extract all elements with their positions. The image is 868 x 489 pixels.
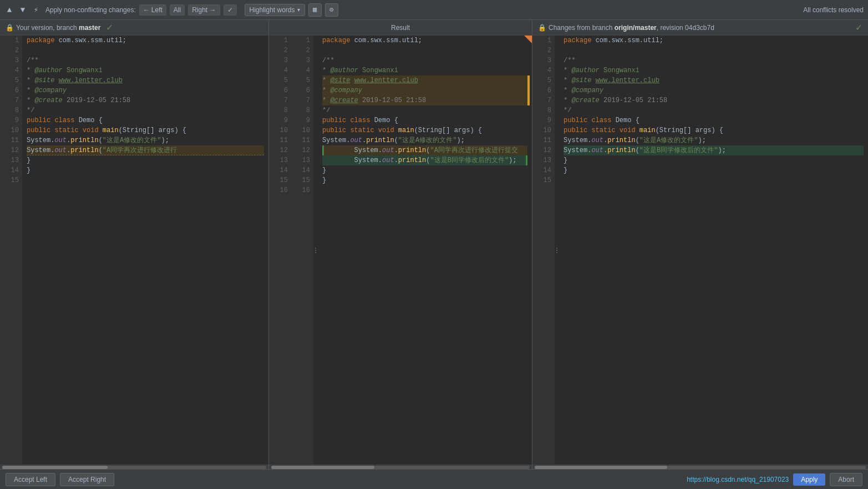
highlight-dropdown[interactable]: Highlight words ▾ — [245, 4, 305, 16]
center-left-line-numbers: 123 456 789 101112 131415 16 — [269, 36, 291, 465]
left-line-numbers: 123 456 789 101112 131415 — [0, 36, 22, 465]
center-header-title: Result — [391, 24, 410, 32]
left-scrollbar[interactable] — [0, 465, 268, 469]
right-btn[interactable]: Right → — [188, 4, 220, 16]
table-row: * @site www.lentter.club — [564, 75, 864, 85]
table-row — [27, 46, 264, 56]
table-row — [322, 185, 527, 195]
highlight-label: Highlight words — [250, 6, 295, 14]
main-area: 123 456 789 101112 131415 package com.sw… — [0, 36, 868, 469]
dropdown-chevron-icon: ▾ — [297, 7, 300, 13]
right-pane-header: 🔒 Changes from branch origin/master, rev… — [532, 20, 868, 35]
table-row: System.out.println("这是A修改的文件"); — [27, 135, 264, 145]
accept-right-button[interactable]: Accept Right — [60, 473, 114, 486]
table-row — [564, 175, 864, 185]
table-row: * @company — [27, 85, 264, 95]
table-row: System.out.println("这是B同学修改后的文件"); — [322, 155, 527, 165]
table-row — [322, 46, 527, 56]
table-row: package com.swx.ssm.util; — [564, 36, 864, 46]
abort-button[interactable]: Abort — [830, 473, 862, 486]
table-row: * @author Songwanxi — [564, 65, 864, 75]
table-row: public class Demo { — [564, 115, 864, 125]
table-row — [564, 46, 864, 56]
right-drag-handle[interactable] — [555, 36, 559, 465]
center-code-content: 123 456 789 101112 131415 16 123 456 789… — [269, 36, 532, 465]
table-row: } — [322, 175, 527, 185]
right-header-text: Changes from branch origin/master, revis… — [549, 24, 714, 32]
apply-button[interactable]: Apply — [793, 473, 825, 486]
center-scrollbar[interactable] — [269, 465, 532, 469]
center-right-line-numbers: 123 456 789 101112 131415 16 — [291, 36, 313, 465]
table-row: package com.swx.ssm.util; — [322, 36, 527, 46]
table-row: /** — [27, 56, 264, 65]
table-row: } — [564, 165, 864, 175]
pane-headers: 🔒 Your version, branch master ✓ Result 🔒… — [0, 20, 868, 36]
table-row: */ — [27, 105, 264, 115]
down-arrow-btn[interactable]: ▼ — [18, 5, 28, 15]
table-row: public static void main(String[] args) { — [564, 125, 864, 135]
center-pane-header: Result — [269, 20, 532, 35]
table-row: /** — [322, 56, 527, 65]
right-checkmark-icon: ✓ — [855, 22, 862, 33]
table-row: System.out.println("这是A修改的文件"); — [322, 135, 527, 145]
table-row: public class Demo { — [322, 115, 527, 125]
left-pane-header: 🔒 Your version, branch master ✓ — [0, 20, 269, 35]
table-row: * @company — [564, 85, 864, 95]
up-arrow-btn[interactable]: ▲ — [4, 5, 14, 15]
accept-left-button[interactable]: Accept Left — [6, 473, 55, 486]
left-lock-icon: 🔒 — [6, 24, 14, 32]
left-scroll-thumb[interactable] — [2, 466, 108, 469]
all-resolved-label: All conflicts resolved — [803, 6, 864, 14]
table-row: public static void main(String[] args) { — [27, 125, 264, 135]
table-row: public class Demo { — [27, 115, 264, 125]
accept-icon-btn[interactable]: ✓ — [224, 4, 237, 16]
table-row: * @create 2019-12-05 21:58 — [27, 95, 264, 105]
table-row: */ — [564, 105, 864, 115]
table-row: } — [322, 165, 527, 175]
left-code-lines: package com.swx.ssm.util; /** * @author … — [22, 36, 268, 465]
table-row: } — [564, 155, 864, 165]
left-code-pane[interactable]: 123 456 789 101112 131415 package com.sw… — [0, 36, 269, 469]
right-code-lines: package com.swx.ssm.util; /** * @author … — [559, 36, 868, 465]
table-row: } — [27, 155, 264, 165]
table-row: * @author Songwanxi — [27, 65, 264, 75]
right-scrollbar[interactable] — [532, 465, 868, 469]
center-scroll-thumb[interactable] — [271, 466, 374, 469]
table-row: System.out.println("这是B同学修改后的文件"); — [564, 145, 864, 155]
right-lock-icon: 🔒 — [538, 24, 546, 32]
center-scroll-track[interactable] — [271, 466, 530, 469]
table-row: System.out.println("A同学再次进行修改进行提交 — [322, 145, 527, 155]
table-row: * @site www.lentter.club — [322, 75, 527, 85]
table-row: /** — [564, 56, 864, 65]
toolbar: ▲ ▼ ⚡ Apply non-conflicting changes: ← ←… — [0, 0, 868, 20]
table-row: } — [27, 165, 264, 175]
table-row: * @create 2019-12-05 21:58 — [322, 95, 527, 105]
right-line-numbers: 123 456 789 101112 131415 — [532, 36, 555, 465]
right-code-pane[interactable]: 123 456 789 101112 131415 package com.sw… — [532, 36, 868, 469]
left-scroll-track[interactable] — [2, 466, 266, 469]
left-arrow-icon: ← — [143, 6, 150, 14]
table-row: * @author Songwanxi — [322, 65, 527, 75]
grid-view-btn[interactable]: ▦ — [308, 3, 322, 17]
table-row: * @site www.lentter.club — [27, 75, 264, 85]
left-code-content: 123 456 789 101112 131415 package com.sw… — [0, 36, 268, 465]
center-code-pane[interactable]: All changes have been processed. Save ch… — [269, 36, 532, 469]
table-row: * @company — [322, 85, 527, 95]
center-drag-handle[interactable] — [313, 36, 318, 465]
magic-btn[interactable]: ⚡ — [31, 5, 41, 15]
table-row: System.out.println("A同学再次进行修改进行 — [27, 145, 264, 155]
table-row: package com.swx.ssm.util; — [27, 36, 264, 46]
apply-label: Apply non-conflicting changes: — [45, 6, 136, 14]
settings-btn[interactable]: ⚙ — [325, 3, 338, 17]
right-scroll-track[interactable] — [535, 466, 866, 469]
right-code-content: 123 456 789 101112 131415 package com.sw… — [532, 36, 868, 465]
bottom-toolbar: Accept Left Accept Right https://blog.cs… — [0, 469, 868, 489]
csdn-link[interactable]: https://blog.csdn.net/qq_21907023 — [687, 476, 789, 483]
left-btn[interactable]: ← ← Left Left — [139, 4, 166, 16]
table-row: */ — [322, 105, 527, 115]
table-row — [27, 175, 264, 185]
all-btn[interactable]: All — [170, 4, 185, 16]
table-row: System.out.println("这是A修改的文件"); — [564, 135, 864, 145]
left-header-text: Your version, branch master — [16, 24, 100, 32]
right-scroll-thumb[interactable] — [535, 466, 667, 469]
